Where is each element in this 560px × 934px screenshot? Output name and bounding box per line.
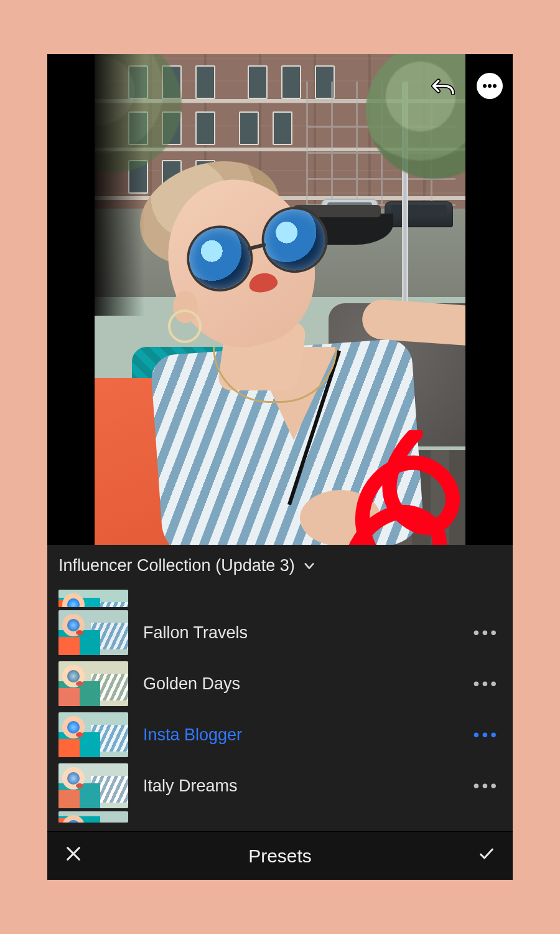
preset-thumbnail xyxy=(58,590,128,607)
preset-row[interactable]: Italy Dreams••• xyxy=(47,760,513,811)
check-icon xyxy=(478,845,495,862)
collection-dropdown[interactable]: Influencer Collection (Update 3) xyxy=(47,545,513,580)
preset-row[interactable]: Fallon Travels••• xyxy=(47,607,513,658)
preset-thumbnail xyxy=(58,610,128,655)
svg-point-2 xyxy=(493,84,497,88)
preset-thumbnail xyxy=(58,661,128,706)
photo-viewport[interactable] xyxy=(47,54,513,546)
svg-point-1 xyxy=(488,84,492,88)
ellipsis-icon xyxy=(483,84,497,88)
presets-panel: Influencer Collection (Update 3) Fallon … xyxy=(47,545,513,831)
app-frame: Influencer Collection (Update 3) Fallon … xyxy=(47,54,513,880)
preset-row[interactable]: Insta Blogger••• xyxy=(47,709,513,760)
undo-icon xyxy=(431,77,456,95)
more-button[interactable] xyxy=(477,73,503,99)
svg-point-0 xyxy=(483,84,487,88)
preset-row[interactable] xyxy=(47,588,513,607)
confirm-button[interactable] xyxy=(478,845,495,867)
cancel-button[interactable] xyxy=(65,845,82,867)
collection-title: Influencer Collection (Update 3) xyxy=(58,556,295,575)
preset-name: Golden Days xyxy=(143,674,474,694)
close-icon xyxy=(65,845,82,862)
bottom-bar: Presets xyxy=(47,831,513,880)
undo-button[interactable] xyxy=(431,73,457,99)
preset-name: Fallon Travels xyxy=(143,623,474,643)
bottom-title: Presets xyxy=(47,846,513,867)
preset-thumbnail xyxy=(58,763,128,808)
preset-name: Insta Blogger xyxy=(143,725,474,745)
preset-row[interactable]: Golden Days••• xyxy=(47,658,513,709)
preset-row[interactable] xyxy=(47,811,513,824)
preset-thumbnail xyxy=(58,712,128,757)
preset-name: Italy Dreams xyxy=(143,776,474,796)
preset-thumbnail xyxy=(58,811,128,823)
top-actions xyxy=(431,73,503,99)
chevron-down-icon xyxy=(304,560,315,572)
preset-list[interactable]: Fallon Travels••• Golden Days••• Insta B… xyxy=(47,588,513,831)
edited-photo xyxy=(95,54,465,546)
